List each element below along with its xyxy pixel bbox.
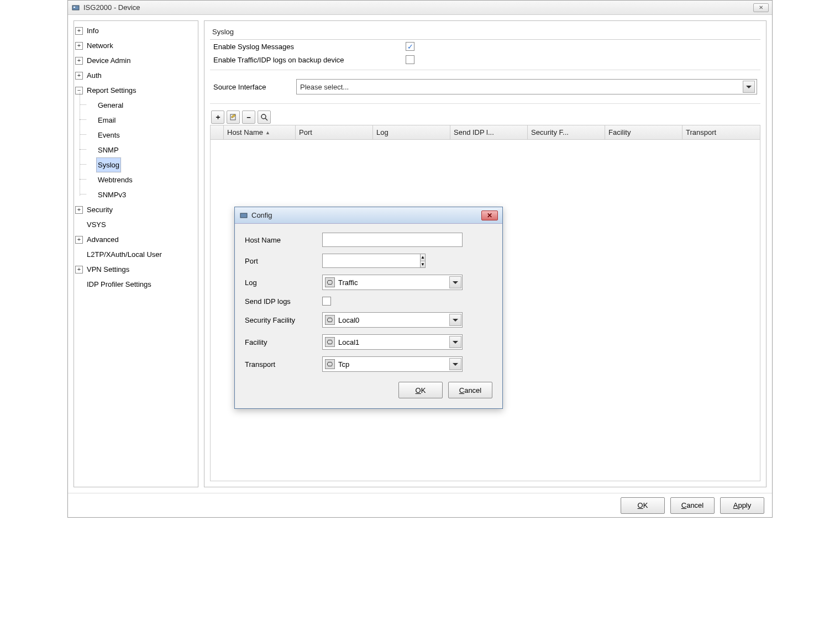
log-value: Traffic [338,278,447,287]
tree-child-item: Syslog [86,157,197,172]
table-col-send-idp[interactable]: Send IDP l... [450,125,528,139]
tree-expander[interactable]: + [75,57,83,65]
tree-expander[interactable]: + [75,206,83,214]
tree-label: Report Settings [85,83,138,98]
security-facility-value: Local0 [338,316,447,324]
tree-spacer [86,102,94,109]
tree-node-device-admin[interactable]: +Device Admin [75,53,197,68]
tree-node-report-settings[interactable]: −Report Settings [75,83,197,98]
search-button[interactable] [258,111,271,124]
table-col-port[interactable]: Port [296,125,373,139]
tree-node-webtrends[interactable]: Webtrends [86,172,197,187]
table-col-security-facility[interactable]: Security F... [528,125,605,139]
tree-node-snmpv3[interactable]: SNMPv3 [86,187,197,202]
tree-node-vsys[interactable]: VSYS [75,217,197,232]
dialog-ok-button[interactable]: OK [398,382,443,398]
tree-expander[interactable]: − [75,87,83,94]
tree-item: L2TP/XAuth/Local User [75,247,197,262]
tree-node-l2tp-xauth-local-user[interactable]: L2TP/XAuth/Local User [75,247,197,262]
dialog-titlebar[interactable]: Config ✕ [235,207,502,224]
dropdown-button[interactable] [449,314,461,326]
transport-select[interactable]: 🖵 Tcp [322,356,463,372]
tree-label: IDP Profiler Settings [85,277,153,292]
security-facility-label: Security Facility [245,316,322,324]
tree-node-syslog[interactable]: Syslog [86,157,197,172]
tree-node-advanced[interactable]: +Advanced [75,232,197,247]
spin-up-button[interactable]: ▲ [421,254,425,261]
tree-node-auth[interactable]: +Auth [75,68,197,83]
facility-select[interactable]: 🖵 Local1 [322,334,463,350]
send-idp-label: Send IDP logs [245,297,322,306]
tree-label: Webtrends [96,172,134,187]
remove-button[interactable]: − [242,111,255,124]
tree-node-email[interactable]: Email [86,113,197,128]
table-col-hostname[interactable]: Host Name▲ [224,125,296,139]
facility-value: Local1 [338,338,447,346]
port-spinner[interactable]: ▲ ▼ [322,254,405,268]
monitor-icon: 🖵 [325,315,335,325]
table-col-select[interactable] [211,125,224,139]
nav-tree-panel: +Info+Network+Device Admin+Auth−Report S… [74,20,198,487]
add-button[interactable]: ＋ [211,111,224,124]
chevron-down-icon [453,319,458,324]
cancel-button[interactable]: Cancel [670,497,715,514]
apply-button[interactable]: Apply [720,497,764,514]
facility-label: Facility [245,338,322,346]
dropdown-button[interactable] [743,81,755,93]
tree-expander[interactable]: + [75,42,83,50]
main-window: ISG2000 - Device ✕ +Info+Network+Device … [67,0,773,518]
send-idp-checkbox[interactable] [322,297,331,306]
option-enable-syslog: Enable Syslog Messages [210,40,760,53]
spin-down-button[interactable]: ▼ [421,261,425,268]
security-facility-select[interactable]: 🖵 Local0 [322,312,463,328]
tree-node-general[interactable]: General [86,98,197,113]
tree-node-idp-profiler-settings[interactable]: IDP Profiler Settings [75,277,197,292]
monitor-icon: 🖵 [325,337,335,347]
window-close-button[interactable]: ✕ [753,3,769,12]
source-interface-label: Source Interface [213,83,285,91]
tree-label: SNMPv3 [96,187,128,202]
port-input[interactable] [322,254,420,268]
chevron-down-icon [453,363,458,369]
host-name-input[interactable] [322,233,463,247]
table-header: Host Name▲ Port Log Send IDP l... Securi… [210,125,760,140]
sort-asc-icon: ▲ [265,130,270,135]
tree-node-security[interactable]: +Security [75,202,197,217]
svg-point-3 [261,114,266,119]
divider [210,103,760,104]
tree-expander[interactable]: + [75,266,83,273]
tree-label: SNMP [96,143,120,157]
dialog-close-button[interactable]: ✕ [481,211,498,220]
ok-button[interactable]: OK [621,497,665,514]
transport-value: Tcp [338,360,447,369]
tree-expander[interactable]: + [75,236,83,244]
tree-label: Security [85,202,114,217]
tree-item: +Security [75,202,197,217]
tree-node-network[interactable]: +Network [75,38,197,53]
tree-expander[interactable]: + [75,27,83,35]
dropdown-button[interactable] [449,276,461,288]
option-label: Enable Syslog Messages [213,43,401,51]
tree-node-snmp[interactable]: SNMP [86,143,197,157]
table-col-facility[interactable]: Facility [605,125,683,139]
enable-syslog-checkbox[interactable] [406,42,414,51]
source-interface-row: Source Interface Please select... [210,73,760,100]
dropdown-button[interactable] [449,358,461,370]
tree-node-info[interactable]: +Info [75,23,197,38]
select-value: Please select... [300,83,349,91]
tree-node-events[interactable]: Events [86,128,197,143]
divider [210,70,760,70]
enable-traffic-idp-checkbox[interactable] [406,55,414,64]
table-col-log[interactable]: Log [373,125,450,139]
dropdown-button[interactable] [449,336,461,348]
tree-node-vpn-settings[interactable]: +VPN Settings [75,262,197,277]
table-col-transport[interactable]: Transport [683,125,760,139]
table-toolbar: ＋ − [210,107,760,125]
log-select[interactable]: 🖵 Traffic [322,275,463,290]
edit-button[interactable] [227,111,240,124]
tree-expander[interactable]: + [75,72,83,80]
dialog-cancel-button[interactable]: Cancel [448,382,492,398]
tree-label: Network [85,38,115,53]
source-interface-select[interactable]: Please select... [296,79,757,94]
tree-label: L2TP/XAuth/Local User [85,247,164,262]
